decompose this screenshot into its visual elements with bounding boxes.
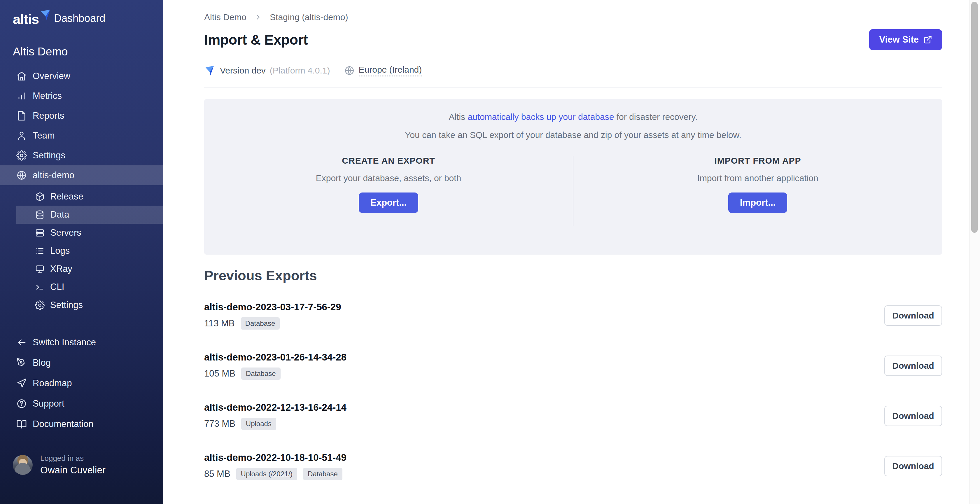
download-button[interactable]: Download: [885, 305, 942, 326]
sidebar-item-cli[interactable]: CLI: [0, 278, 163, 296]
breadcrumb: Altis Demo Staging (altis-demo): [204, 12, 942, 22]
gear-icon: [35, 300, 45, 310]
view-site-label: View Site: [879, 34, 919, 45]
download-button[interactable]: Download: [885, 406, 942, 426]
globe-icon: [344, 65, 355, 76]
sidebar-item-label: Servers: [50, 227, 81, 238]
scrollbar-thumb[interactable]: [971, 2, 978, 233]
scrollbar-track[interactable]: [969, 0, 980, 504]
sidebar-item-label: Documentation: [33, 419, 94, 429]
file-icon: [16, 111, 27, 121]
server-icon: [35, 228, 45, 238]
export-tag-badge: Database: [240, 317, 280, 329]
export-tag-badge: Uploads (/2021/): [236, 468, 297, 480]
sidebar-item-label: Switch Instance: [33, 337, 96, 348]
external-link-icon: [923, 35, 932, 44]
globe-icon: [16, 170, 27, 181]
brand-logo[interactable]: altis Dashboard: [0, 0, 163, 27]
export-size: 113 MB: [204, 318, 235, 329]
import-button[interactable]: Import...: [728, 192, 787, 213]
sidebar-item-label: Logs: [50, 246, 70, 256]
sidebar-item-sub-settings[interactable]: Settings: [0, 296, 163, 314]
export-list-item: altis-demo-2023-01-26-14-34-28 105 MB Da…: [204, 352, 942, 380]
pen-nib-icon: [16, 358, 27, 368]
breadcrumb-environment[interactable]: Staging (altis-demo): [270, 12, 348, 22]
region-label[interactable]: Europe (Ireland): [359, 65, 422, 76]
sidebar-item-label: Team: [33, 130, 55, 141]
sidebar-nav-main: Overview Metrics Reports Team Settings a…: [0, 66, 163, 434]
altis-mark-icon: [40, 9, 52, 21]
paper-plane-icon: [16, 378, 27, 388]
sidebar-item-logs[interactable]: Logs: [0, 242, 163, 260]
environment-meta: Version dev (Platform 4.0.1) Europe (Ire…: [204, 65, 942, 76]
backup-info-box: Altis automatically backs up your databa…: [204, 99, 942, 254]
export-name: altis-demo-2022-12-13-16-24-14: [204, 402, 347, 413]
terminal-icon: [35, 282, 45, 292]
export-size: 85 MB: [204, 469, 231, 479]
sidebar-item-overview[interactable]: Overview: [0, 66, 163, 86]
sidebar-item-roadmap[interactable]: Roadmap: [0, 373, 163, 393]
product-name: Dashboard: [54, 12, 105, 24]
bar-chart-icon: [16, 91, 27, 101]
sidebar-item-altis-demo[interactable]: altis-demo: [0, 165, 163, 185]
previous-exports-heading: Previous Exports: [204, 267, 942, 283]
sidebar-item-blog[interactable]: Blog: [0, 353, 163, 373]
sidebar-item-label: Reports: [33, 111, 64, 121]
sidebar-item-release[interactable]: Release: [0, 188, 163, 206]
sidebar-item-xray[interactable]: XRay: [0, 260, 163, 278]
sidebar-item-servers[interactable]: Servers: [0, 224, 163, 242]
create-export-heading: CREATE AN EXPORT: [204, 156, 573, 166]
altis-mark-icon: [204, 65, 215, 76]
sidebar-item-support[interactable]: Support: [0, 393, 163, 414]
export-tag-badge: Database: [241, 367, 281, 380]
sidebar-item-label: Release: [50, 191, 83, 202]
logged-in-as-label: Logged in as: [40, 454, 106, 463]
package-icon: [35, 192, 45, 202]
main-content: Altis Demo Staging (altis-demo) Import &…: [163, 0, 980, 504]
download-button[interactable]: Download: [885, 456, 942, 476]
export-button[interactable]: Export...: [359, 192, 418, 213]
sidebar-item-label: altis-demo: [33, 170, 75, 181]
sidebar-item-switch-instance[interactable]: Switch Instance: [0, 332, 163, 353]
sidebar-item-settings[interactable]: Settings: [0, 146, 163, 165]
avatar: [13, 455, 33, 475]
sidebar-item-label: XRay: [50, 264, 72, 274]
view-site-button[interactable]: View Site: [869, 29, 942, 50]
version-label: Version dev: [220, 66, 266, 76]
database-icon: [35, 210, 45, 219]
export-tag-badge: Uploads: [241, 418, 276, 430]
sidebar-item-label: Settings: [50, 300, 83, 310]
sidebar-item-data[interactable]: Data: [0, 206, 163, 224]
arrow-left-icon: [16, 337, 27, 348]
sidebar-item-label: Blog: [33, 358, 51, 368]
instance-title: Altis Demo: [13, 45, 163, 58]
export-tag-badge: Database: [303, 468, 342, 480]
gear-icon: [16, 150, 27, 161]
chevron-right-icon: [254, 13, 262, 21]
backup-line-1: Altis automatically backs up your databa…: [204, 112, 942, 122]
sidebar-item-label: Metrics: [33, 91, 62, 101]
platform-label: (Platform 4.0.1): [270, 66, 330, 76]
backup-link[interactable]: automatically backs up your database: [468, 112, 614, 122]
export-size: 105 MB: [204, 368, 235, 379]
export-name: altis-demo-2022-10-18-10-51-49: [204, 452, 347, 463]
export-list-item: altis-demo-2022-12-13-16-24-14 773 MB Up…: [204, 402, 942, 430]
sidebar-item-team[interactable]: Team: [0, 126, 163, 146]
sidebar-item-label: Roadmap: [33, 378, 72, 388]
breadcrumb-app[interactable]: Altis Demo: [204, 12, 247, 22]
sidebar-item-reports[interactable]: Reports: [0, 106, 163, 126]
backup-line-2: You can take an SQL export of your datab…: [204, 130, 942, 140]
help-circle-icon: [16, 398, 27, 409]
sidebar-item-label: CLI: [50, 282, 64, 292]
import-panel: IMPORT FROM APP Import from another appl…: [573, 156, 942, 226]
list-icon: [35, 246, 45, 256]
sidebar-item-label: Settings: [33, 150, 65, 161]
export-list-item: altis-demo-2023-03-17-7-56-29 113 MB Dat…: [204, 302, 942, 329]
divider: [204, 87, 942, 88]
download-button[interactable]: Download: [885, 356, 942, 376]
sidebar-nav-sub: Release Data Servers Logs XRay CLI: [0, 188, 163, 314]
sidebar-item-label: Data: [50, 210, 69, 220]
user-icon: [16, 130, 27, 141]
sidebar-item-metrics[interactable]: Metrics: [0, 86, 163, 106]
sidebar-item-documentation[interactable]: Documentation: [0, 414, 163, 434]
